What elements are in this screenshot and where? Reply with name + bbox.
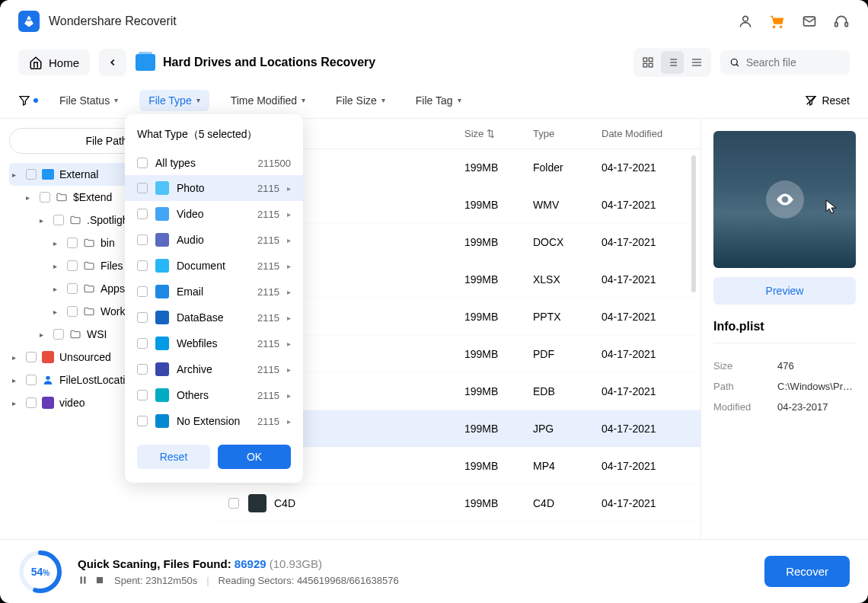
- dropdown-item[interactable]: Audio2115▸: [125, 227, 303, 253]
- svg-rect-6: [643, 63, 647, 67]
- col-header-size[interactable]: Size ⇅: [464, 128, 533, 139]
- checkbox[interactable]: [137, 338, 148, 349]
- col-header-date[interactable]: Date Modified: [602, 128, 685, 139]
- search-box[interactable]: [720, 50, 850, 75]
- file-type: MP4: [533, 460, 602, 472]
- checkbox[interactable]: [67, 306, 78, 317]
- svg-point-20: [46, 376, 49, 380]
- dropdown-item-count: 2115: [257, 183, 279, 194]
- detail-view-icon[interactable]: [685, 51, 708, 74]
- dropdown-item-count: 2115: [257, 338, 279, 349]
- dropdown-item[interactable]: Archive2115▸: [125, 356, 303, 382]
- dropdown-item[interactable]: DataBase2115▸: [125, 305, 303, 330]
- filter-file-size[interactable]: File Size▾: [327, 90, 394, 111]
- filter-time-modified[interactable]: Time Modified▾: [222, 90, 314, 111]
- chevron-right-icon: ▸: [287, 417, 291, 426]
- checkbox[interactable]: [137, 209, 148, 219]
- filter-file-tag[interactable]: File Tag▾: [407, 90, 471, 111]
- list-view-icon[interactable]: [661, 51, 684, 74]
- back-button[interactable]: [99, 49, 126, 76]
- checkbox[interactable]: [137, 158, 148, 168]
- meta-modified-value: 04-23-2017: [777, 401, 856, 413]
- home-button[interactable]: Home: [18, 49, 90, 75]
- file-date: 04-17-2021: [602, 161, 685, 174]
- checkbox[interactable]: [67, 283, 78, 294]
- preview-button[interactable]: Preview: [713, 277, 856, 305]
- grid-view-icon[interactable]: [637, 51, 659, 74]
- filter-file-status[interactable]: File Status▾: [50, 90, 127, 111]
- cursor-icon: [825, 199, 838, 218]
- dropdown-item[interactable]: Photo2115▸: [125, 175, 303, 201]
- reset-filter-button[interactable]: Reset: [805, 94, 850, 107]
- checkbox[interactable]: [26, 397, 37, 408]
- dropdown-item[interactable]: Document2115▸: [125, 253, 303, 279]
- app-logo: [18, 11, 40, 32]
- cart-icon[interactable]: [769, 13, 786, 30]
- dropdown-all-types[interactable]: All types 211500: [125, 151, 303, 175]
- svg-point-17: [731, 59, 737, 65]
- checkbox[interactable]: [40, 192, 50, 203]
- svg-point-0: [743, 16, 748, 21]
- mail-icon[interactable]: [801, 13, 818, 30]
- dropdown-item-label: Audio: [177, 234, 250, 246]
- checkbox[interactable]: [228, 498, 239, 509]
- checkbox[interactable]: [26, 375, 37, 385]
- search-input[interactable]: [746, 56, 841, 69]
- svg-rect-5: [649, 58, 653, 62]
- dropdown-item[interactable]: No Extension2115▸: [125, 408, 303, 434]
- dropdown-item-label: Email: [177, 286, 250, 298]
- checkbox[interactable]: [137, 183, 148, 193]
- checkbox[interactable]: [137, 312, 148, 323]
- file-size: 199MB: [464, 385, 533, 397]
- dropdown-item[interactable]: Others2115▸: [125, 382, 303, 408]
- checkbox[interactable]: [26, 352, 37, 362]
- checkbox[interactable]: [53, 329, 64, 340]
- file-date: 04-17-2021: [602, 236, 685, 248]
- file-size: 199MB: [464, 311, 533, 323]
- svg-rect-25: [97, 577, 103, 583]
- file-date: 04-17-2021: [602, 311, 685, 323]
- view-mode-group: [633, 48, 711, 77]
- scan-size: (10.93GB): [270, 557, 322, 570]
- checkbox[interactable]: [26, 169, 37, 180]
- svg-rect-23: [81, 576, 82, 583]
- scan-status-label: Quick Scaning, Files Found:: [78, 557, 235, 570]
- folder-icon: [82, 282, 96, 295]
- dropdown-reset-button[interactable]: Reset: [137, 445, 210, 469]
- file-date: 04-17-2021: [602, 273, 685, 286]
- headset-icon[interactable]: [833, 13, 850, 30]
- folder-icon: [82, 236, 96, 250]
- dropdown-item[interactable]: Email2115▸: [125, 279, 303, 305]
- checkbox[interactable]: [137, 234, 148, 245]
- checkbox[interactable]: [137, 260, 148, 271]
- file-type: WMV: [533, 199, 602, 211]
- chevron-right-icon: ▸: [287, 365, 291, 374]
- checkbox[interactable]: [67, 238, 78, 248]
- filter-icon[interactable]: [18, 94, 38, 107]
- user-icon[interactable]: [737, 13, 754, 30]
- checkbox[interactable]: [137, 364, 148, 375]
- pause-icon[interactable]: [78, 575, 88, 585]
- dropdown-item[interactable]: Video2115▸: [125, 201, 303, 227]
- checkbox[interactable]: [67, 260, 78, 271]
- svg-rect-3: [845, 23, 847, 27]
- stop-icon[interactable]: [94, 575, 105, 585]
- filter-file-type[interactable]: File Type▾: [139, 90, 209, 111]
- file-date: 04-17-2021: [602, 385, 685, 397]
- preview-thumbnail[interactable]: [713, 131, 856, 268]
- checkbox[interactable]: [53, 215, 64, 225]
- dropdown-item-count: 2115: [257, 286, 279, 298]
- dropdown-item-count: 2115: [257, 260, 279, 272]
- checkbox[interactable]: [137, 390, 148, 400]
- checkbox[interactable]: [137, 286, 148, 297]
- recover-button[interactable]: Recover: [764, 556, 850, 587]
- dropdown-item[interactable]: Webfiles2115▸: [125, 330, 303, 356]
- table-row[interactable]: C4D199MBC4D04-17-2021: [213, 485, 700, 522]
- col-header-type[interactable]: Type: [533, 128, 602, 139]
- checkbox[interactable]: [137, 416, 148, 426]
- dropdown-ok-button[interactable]: OK: [218, 445, 291, 469]
- scrollbar[interactable]: [691, 155, 696, 292]
- file-size: 199MB: [464, 348, 533, 360]
- dropdown-item-count: 2115: [257, 364, 279, 375]
- file-type: JPG: [533, 423, 602, 435]
